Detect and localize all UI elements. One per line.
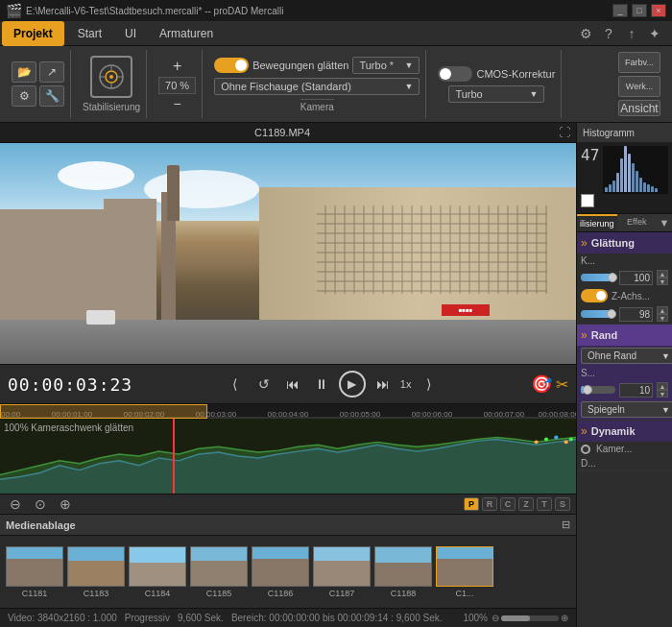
stabilize-icon[interactable] [90,56,132,98]
s-value-input[interactable] [619,383,653,398]
minus-btn[interactable]: − [173,96,180,111]
k-slider[interactable] [581,274,615,281]
ohne-rand-dropdown[interactable]: Ohne Rand ▼ [581,348,672,364]
tower-spire [167,165,180,221]
section-rand-header[interactable]: » Rand [577,325,672,346]
zachs-slider[interactable] [581,310,615,318]
turbo2-dropdown[interactable]: Turbo ▼ [448,85,544,103]
view-btn[interactable]: Ansicht [618,100,660,116]
k-slider-knob[interactable] [608,273,617,282]
fit-btn[interactable]: ⊙ [31,496,50,512]
export-icon[interactable]: 🎯 [531,374,552,395]
spiegeln-arrow-icon: ▼ [661,405,670,415]
zachs-value-input[interactable] [619,307,653,322]
zachs-slider-knob[interactable] [607,309,616,319]
settings-icon[interactable]: ⚙ [576,24,595,43]
list-item[interactable]: C1186 [252,546,309,598]
werk-btn[interactable]: Werk... [618,76,660,97]
k-spin-down[interactable]: ▼ [657,277,668,285]
maximize-btn[interactable]: □ [632,4,647,17]
s-slider[interactable] [581,386,615,394]
section-dynamik-header[interactable]: » Dynamik [577,421,672,442]
list-item[interactable]: C1184 [129,546,186,598]
fullscreen-icon[interactable]: ⛶ [559,126,570,139]
s-spin-up[interactable]: ▲ [657,382,668,390]
zoom-out-btn[interactable]: ⊖ [6,496,25,512]
spiegeln-dropdown[interactable]: Spiegeln ▼ [581,401,672,418]
close-btn[interactable]: × [651,4,666,17]
indicator-t[interactable]: T [537,497,552,511]
list-item[interactable]: C1185 [190,546,248,598]
zachs-toggle[interactable] [581,289,608,302]
indicator-p[interactable]: P [464,497,479,511]
list-item[interactable]: C1181 [6,546,63,598]
s-spin-down[interactable]: ▼ [657,390,668,398]
minimize-btn[interactable]: _ [612,4,628,17]
indicator-r[interactable]: R [482,497,497,511]
thumb-label-1: C1181 [22,589,48,598]
histogram-header: Histogramm [577,123,672,142]
step-fwd-btn[interactable]: ⏭ [372,373,395,396]
list-item[interactable]: C1188 [374,546,432,598]
list-item[interactable]: C1... [436,546,493,598]
open-btn[interactable]: 📂 [12,61,36,83]
tools-btn[interactable]: 🔧 [39,85,64,107]
menu-bar: Projekt Start UI Armaturen ⚙ ? ↑ ✦ [0,21,672,46]
ruler-mark-4: 00:00:04:00 [268,410,308,419]
pause-btn[interactable]: ⏸ [310,373,333,396]
playhead[interactable] [173,419,175,494]
bewegungen-toggle-row: Bewegungen glätten Turbo * ▼ [214,57,420,74]
upload-icon[interactable]: ↑ [622,24,641,43]
timeline-track[interactable]: 100% Kameraschwenk glätten [0,419,576,494]
play-btn[interactable]: ▶ [339,371,366,398]
cut-icon[interactable]: ✂ [556,375,568,394]
farbw-btn[interactable]: Farbv... [618,52,660,73]
indicator-z[interactable]: Z [518,497,534,511]
menu-ui[interactable]: UI [113,21,148,46]
next-frame-btn[interactable]: ⟩ [417,373,440,396]
media-bin-controls: ⊟ [562,518,570,531]
s-slider-knob[interactable] [583,385,592,395]
list-item[interactable]: C1187 [313,546,371,598]
kamer-radio[interactable] [581,445,590,454]
prop-row-ohne-rand: Ohne Rand ▼ [577,346,672,366]
zoom-out-status-btn[interactable]: ⊖ [492,613,499,623]
settings2-btn[interactable]: ⚙ [12,85,36,107]
building-far-left [0,209,115,320]
rewind-btn[interactable]: ↺ [252,373,276,396]
props-menu-btn[interactable]: ▼ [657,214,672,231]
zachs-spin-up[interactable]: ▲ [657,306,668,314]
bewegungen-toggle[interactable] [214,58,249,73]
zachs-spin-down[interactable]: ▼ [657,314,668,322]
tab-effekt[interactable]: Effek [617,214,658,231]
export-btn[interactable]: ↗ [39,61,64,83]
menu-start[interactable]: Start [66,21,113,46]
section-glattung-header[interactable]: » Glättung [577,232,672,253]
tl-indicators: P R C Z T S [464,497,570,511]
k-value-input[interactable] [619,271,653,285]
prop-row-zachs: Z-Achs... [577,287,672,304]
tab-stabilisierung[interactable]: ilisierung [577,214,617,231]
zoom-in-btn[interactable]: ⊕ [56,496,75,512]
zoom-in-status-btn[interactable]: ⊕ [561,613,568,623]
prev-frame-btn[interactable]: ⟨ [224,373,247,396]
menu-projekt[interactable]: Projekt [2,21,64,46]
sparkle-icon[interactable]: ✦ [645,24,664,43]
dynamik-expand-icon: » [581,424,588,438]
k-spin-up[interactable]: ▲ [657,270,668,277]
step-back-btn[interactable]: ⏮ [281,373,304,396]
turbo-dropdown[interactable]: Turbo * ▼ [352,57,420,74]
cmos-toggle[interactable] [438,66,472,82]
indicator-s[interactable]: S [555,497,570,511]
zoom-slider[interactable] [501,615,559,621]
fischauge-dropdown[interactable]: Ohne Fischauge (Standard) ▼ [214,78,420,95]
svg-point-11 [554,436,558,440]
plus-btn[interactable]: + [173,58,181,75]
indicator-c[interactable]: C [500,497,516,511]
media-bin-collapse-icon[interactable]: ⊟ [562,518,570,531]
section-dynamik-title: Dynamik [591,425,636,437]
help-icon[interactable]: ? [599,24,618,43]
menu-armaturen[interactable]: Armaturen [148,21,225,46]
list-item[interactable]: C1183 [67,546,125,598]
h-bar [605,187,608,192]
